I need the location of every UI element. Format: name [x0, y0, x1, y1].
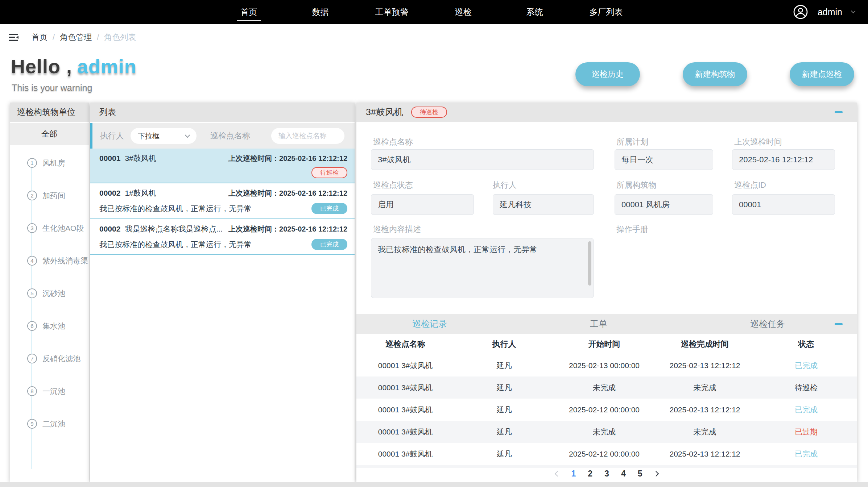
nav-item-workorder-alert[interactable]: 工单预警 — [356, 0, 427, 24]
table-row[interactable]: 00001 3#鼓风机 延凡 2025-02-12 00:00:00 2025-… — [356, 399, 857, 421]
unit-item-9[interactable]: 9 二沉池 — [10, 417, 89, 430]
point-code: 00002 — [99, 225, 120, 233]
unit-item-5[interactable]: 5 沉砂池 — [10, 287, 89, 300]
executor-filter-label: 执行人 — [100, 123, 124, 149]
pagination: 1 2 3 4 5 — [356, 466, 857, 482]
field-label-desc: 巡检内容描述 — [373, 224, 421, 235]
list-filter-row: 执行人 下拉框 巡检点名称 — [90, 123, 355, 149]
point-detail-panel: 3#鼓风机 待巡检 巡检点名称 所属计划 上次巡检时间 3#鼓风机 每日一次 2… — [356, 103, 857, 482]
breadcrumb: 首页 / 角色管理 / 角色列表 — [32, 32, 136, 43]
field-label-last-time: 上次巡检时间 — [734, 137, 782, 147]
field-plan[interactable]: 每日一次 — [615, 149, 713, 170]
detail-tabs: 巡检记录 工单 巡检任务 — [356, 314, 857, 334]
list-item[interactable]: 00002 我是巡检点名称我是巡检点... 上次巡检时间：2025-02-16 … — [90, 219, 355, 255]
greeting-subtitle: This is your warning — [12, 83, 92, 93]
unit-item-1[interactable]: 1 风机房 — [10, 157, 89, 170]
pagination-prev-icon[interactable] — [554, 471, 560, 477]
unit-item-8[interactable]: 8 一沉池 — [10, 385, 89, 398]
unit-number: 1 — [27, 158, 37, 168]
field-label-executor: 执行人 — [493, 180, 517, 191]
nav-item-home[interactable]: 首页 — [213, 0, 285, 24]
textarea-scrollbar[interactable] — [588, 241, 591, 286]
table-row[interactable]: 00001 3#鼓风机 延凡 未完成 未完成 待巡检 — [356, 376, 857, 399]
nav-item-multi-plant[interactable]: 多厂列表 — [570, 0, 642, 24]
field-structure[interactable]: 00001 风机房 — [615, 194, 713, 215]
field-label-status: 巡检点状态 — [373, 180, 413, 191]
status-badge-pending: 待巡检 — [311, 167, 347, 178]
pagination-page-1[interactable]: 1 — [571, 469, 576, 479]
pagination-page-5[interactable]: 5 — [638, 469, 642, 479]
field-last-time[interactable]: 2025-02-16 12:12:12 — [732, 149, 835, 170]
unit-number: 6 — [27, 321, 37, 331]
new-structure-button[interactable]: 新建构筑物 — [683, 62, 747, 86]
breadcrumb-home[interactable]: 首页 — [32, 32, 47, 43]
col-header-executor: 执行人 — [454, 339, 554, 350]
page-bottom-strip — [0, 482, 868, 487]
field-label-structure: 所属构筑物 — [616, 180, 656, 191]
units-all-filter[interactable]: 全部 — [10, 123, 89, 145]
unit-item-4[interactable]: 4 紫外线消毒渠 — [10, 254, 89, 267]
field-name[interactable]: 3#鼓风机 — [371, 149, 594, 170]
field-status[interactable]: 启用 — [371, 194, 474, 215]
pagination-page-4[interactable]: 4 — [621, 469, 626, 479]
nav-item-data[interactable]: 数据 — [285, 0, 356, 24]
executor-dropdown-value: 下拉框 — [138, 131, 160, 141]
table-row[interactable]: 00001 3#鼓风机 延凡 未完成 未完成 已过期 — [356, 421, 857, 443]
breadcrumb-bar: 首页 / 角色管理 / 角色列表 — [0, 24, 868, 51]
unit-item-7[interactable]: 7 反硝化滤池 — [10, 352, 89, 365]
nav-item-system[interactable]: 系统 — [499, 0, 570, 24]
field-desc-textarea[interactable]: 我已按标准的检查鼓风机，正常运行，无异常 — [371, 238, 594, 298]
collapse-tabs-icon[interactable] — [835, 323, 843, 325]
list-panel-title: 列表 — [90, 103, 355, 122]
executor-dropdown[interactable]: 下拉框 — [131, 128, 197, 144]
unit-label: 紫外线消毒渠 — [42, 256, 88, 266]
point-name-filter-label: 巡检点名称 — [210, 123, 250, 149]
tab-inspection-records[interactable]: 巡检记录 — [412, 314, 447, 334]
inspection-point-list-panel: 列表 执行人 下拉框 巡检点名称 00001 3#鼓风机 上次巡检时间：2025… — [90, 103, 355, 482]
pagination-next-icon[interactable] — [653, 471, 659, 477]
user-menu[interactable]: admin — [793, 0, 855, 24]
status-done: 已完成 — [755, 405, 857, 415]
unit-item-6[interactable]: 6 集水池 — [10, 320, 89, 333]
list-item[interactable]: 00002 1#鼓风机 上次巡检时间：2025-02-16 12:12:12 我… — [90, 183, 355, 219]
col-header-finish-time: 巡检完成时间 — [654, 339, 755, 350]
table-row[interactable]: 00001 3#鼓风机 延凡 2025-02-13 00:00:00 2025-… — [356, 354, 857, 376]
list-item-selected[interactable]: 00001 3#鼓风机 上次巡检时间：2025-02-16 12:12:12 待… — [90, 149, 355, 183]
breadcrumb-role-management[interactable]: 角色管理 — [60, 32, 92, 43]
inspection-history-button[interactable]: 巡检历史 — [575, 62, 640, 86]
unit-number: 4 — [27, 256, 37, 266]
tab-inspection-tasks[interactable]: 巡检任务 — [750, 314, 785, 334]
status-expired: 已过期 — [755, 427, 857, 437]
chevron-down-icon — [185, 133, 190, 138]
tab-work-orders[interactable]: 工单 — [590, 314, 607, 334]
unit-item-2[interactable]: 2 加药间 — [10, 189, 89, 202]
new-point-inspection-button[interactable]: 新建点巡检 — [790, 62, 854, 86]
field-executor[interactable]: 延凡科技 — [493, 194, 594, 215]
point-code: 00001 — [99, 154, 120, 163]
point-name-search-input[interactable] — [271, 128, 344, 144]
nav-item-inspection[interactable]: 巡检 — [427, 0, 499, 24]
detail-status-badge: 待巡检 — [411, 107, 447, 118]
breadcrumb-role-list: 角色列表 — [104, 32, 136, 43]
unit-number: 2 — [27, 191, 37, 200]
breadcrumb-separator: / — [97, 33, 99, 42]
field-point-id[interactable]: 00001 — [732, 194, 835, 215]
point-desc: 我已按标准的检查鼓风机，正常运行，无异常 — [99, 240, 252, 250]
collapse-menu-icon[interactable] — [9, 33, 18, 42]
unit-label: 一沉池 — [42, 386, 65, 396]
unit-number: 3 — [27, 223, 37, 233]
unit-label: 加药间 — [42, 191, 65, 201]
pagination-page-3[interactable]: 3 — [604, 469, 609, 479]
greeting-title: Hello ,admin — [11, 55, 137, 78]
table-row[interactable]: 00001 3#鼓风机 延凡 2025-02-12 00:00:00 2025-… — [356, 443, 857, 465]
col-header-point-name: 巡检点名称 — [356, 339, 454, 350]
main-nav: 首页 数据 工单预警 巡检 系统 多厂列表 — [213, 0, 642, 24]
unit-item-3[interactable]: 3 生化池AO段 — [10, 222, 89, 235]
username-label: admin — [818, 7, 842, 17]
collapse-detail-icon[interactable] — [835, 111, 843, 113]
inspection-point-list: 00001 3#鼓风机 上次巡检时间：2025-02-16 12:12:12 待… — [90, 149, 355, 255]
records-table: 巡检点名称 执行人 开始时间 巡检完成时间 状态 00001 3#鼓风机 延凡 … — [356, 334, 857, 468]
pagination-page-2[interactable]: 2 — [588, 469, 592, 479]
top-navbar: 首页 数据 工单预警 巡检 系统 多厂列表 admin — [0, 0, 868, 24]
col-header-status: 状态 — [755, 339, 857, 350]
